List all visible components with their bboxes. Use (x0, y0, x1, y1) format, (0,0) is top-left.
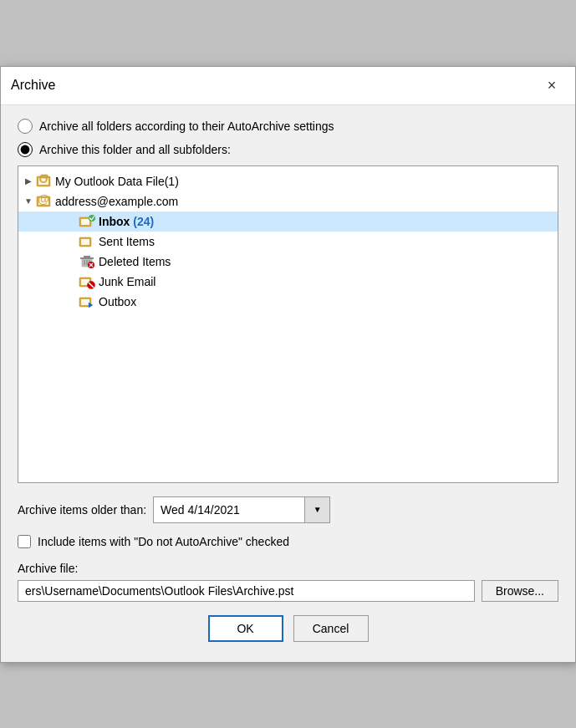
dialog-title: Archive (11, 78, 55, 93)
tree-item-junk-email[interactable]: ▶ Junk Email (18, 272, 558, 292)
email-account-icon: @ (35, 193, 52, 210)
dialog-content: Archive all folders according to their A… (1, 105, 575, 662)
radio-all-folders-option[interactable]: Archive all folders according to their A… (18, 119, 558, 134)
date-input[interactable] (154, 500, 304, 520)
tree-item-deleted-items[interactable]: ▶ Deleted (18, 252, 558, 272)
button-row: OK Cancel (18, 615, 558, 649)
archive-items-label: Archive items older than: (18, 503, 146, 517)
ok-button[interactable]: OK (208, 615, 283, 642)
inbox-icon (79, 213, 95, 230)
radio-this-folder-label: Archive this folder and all subfolders: (39, 143, 231, 156)
radio-all-folders-label: Archive all folders according to their A… (39, 120, 334, 133)
deleted-icon (79, 253, 95, 270)
tree-item-sent-items[interactable]: ▶ Sent Items (18, 232, 558, 252)
tree-item-inbox[interactable]: ▶ Inbox (24) (18, 211, 558, 232)
outbox-icon (79, 293, 95, 310)
junk-email-label: Junk Email (99, 275, 155, 288)
email-account-label: address@example.com (55, 195, 178, 208)
folder-tree[interactable]: ▶ O My Outlook Data File(1) ▼ (18, 165, 558, 483)
svg-rect-14 (84, 256, 90, 257)
date-dropdown-arrow[interactable]: ▼ (304, 497, 329, 522)
include-checkbox-label: Include items with "Do not AutoArchive" … (38, 535, 289, 548)
outlook-data-icon: O (35, 173, 52, 190)
svg-rect-11 (81, 239, 89, 245)
file-row: Browse... (18, 580, 558, 602)
outlook-data-file-label: My Outlook Data File(1) (55, 175, 179, 188)
svg-rect-26 (81, 299, 89, 305)
radio-this-folder-option[interactable]: Archive this folder and all subfolders: (18, 142, 558, 157)
svg-text:@: @ (38, 194, 49, 206)
deleted-items-label: Deleted Items (99, 255, 171, 268)
archive-dialog: Archive × Archive all folders according … (0, 66, 576, 663)
close-button[interactable]: × (538, 72, 565, 99)
title-bar: Archive × (1, 67, 575, 105)
chevron-right-icon: ▶ (22, 175, 35, 188)
inbox-label: Inbox (24) (99, 215, 154, 228)
sent-icon (79, 233, 95, 250)
inbox-count: (24) (133, 215, 154, 228)
outbox-label: Outbox (99, 295, 136, 308)
archive-older-than-row: Archive items older than: ▼ (18, 496, 558, 523)
junk-icon (79, 273, 95, 290)
sent-items-label: Sent Items (99, 235, 155, 248)
radio-all-folders[interactable] (18, 119, 33, 134)
tree-item-outlook-data-file[interactable]: ▶ O My Outlook Data File(1) (18, 171, 558, 191)
svg-rect-3 (41, 175, 48, 178)
chevron-down-icon: ▼ (22, 195, 35, 208)
archive-file-section: Archive file: Browse... (18, 562, 558, 602)
svg-rect-8 (81, 219, 89, 225)
date-dropdown[interactable]: ▼ (153, 496, 330, 523)
archive-file-input[interactable] (18, 580, 475, 602)
browse-button[interactable]: Browse... (482, 580, 558, 602)
archive-file-label: Archive file: (18, 562, 558, 575)
tree-item-outbox[interactable]: ▶ Outbox (18, 292, 558, 312)
cancel-button[interactable]: Cancel (293, 615, 369, 642)
radio-this-folder[interactable] (18, 142, 33, 157)
include-checkbox-row: Include items with "Do not AutoArchive" … (18, 535, 558, 548)
svg-rect-13 (80, 257, 94, 259)
include-do-not-autoarchive-checkbox[interactable] (18, 535, 31, 548)
tree-item-email-account[interactable]: ▼ @ address@example.com (18, 191, 558, 211)
